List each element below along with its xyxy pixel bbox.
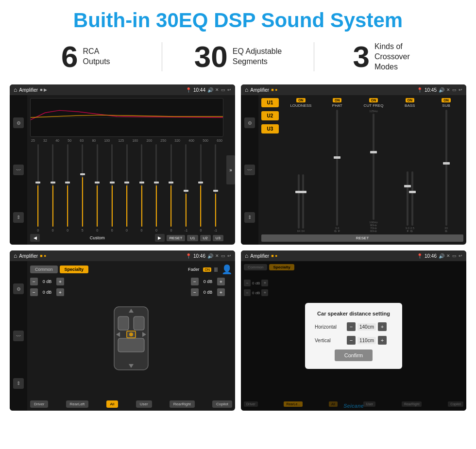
db-top-right-minus[interactable]: − xyxy=(191,278,199,285)
spk-common-tab[interactable]: Common xyxy=(30,266,58,273)
dialog-horizontal-ctrl: − 140cm + xyxy=(347,322,387,331)
dlg-pin-icon: 📍 xyxy=(417,253,423,259)
dialog-overlay: Car speaker distance setting Horizontal … xyxy=(241,261,466,411)
dialog-horizontal-label: Horizontal xyxy=(315,324,344,330)
spk-rearright-btn[interactable]: RearRight xyxy=(170,400,195,408)
db-top-left-plus[interactable]: + xyxy=(56,278,64,285)
stat-divider-2 xyxy=(314,42,314,71)
eq-slider-8: 0 xyxy=(135,144,148,232)
eq-u3-btn[interactable]: U3 xyxy=(213,235,223,241)
amp-status-bar: ⌂ Amplifier ■ ● 📍 10:45 🔊 ✕ ▭ ↩ xyxy=(241,84,466,95)
vertical-minus-btn[interactable]: − xyxy=(347,336,356,345)
amp-sub-on: ON xyxy=(442,98,451,102)
page-wrapper: Buith-in 30EQ DSP Sound System 6 RCAOutp… xyxy=(0,0,476,415)
eq-vol-icon: 🔊 xyxy=(207,87,213,93)
eq-pin-icon: 📍 xyxy=(186,87,191,93)
spk-rect-icon[interactable]: ▭ xyxy=(221,253,225,258)
eq-icon-1[interactable]: ⚙ xyxy=(13,117,24,128)
db-bottom-left-minus[interactable]: − xyxy=(30,288,38,296)
spk-all-btn[interactable]: All xyxy=(106,400,119,408)
eq-content: ⚙ 〰 ⇕ xyxy=(10,95,235,245)
eq-prev-btn[interactable]: ◀ xyxy=(30,234,40,242)
stat-divider-1 xyxy=(162,42,162,71)
amp-reset-btn[interactable]: RESET xyxy=(261,234,463,242)
confirm-button[interactable]: Confirm xyxy=(335,349,373,361)
eq-slider-1: 0 xyxy=(31,144,45,232)
spk-specialty-tab[interactable]: Specialty xyxy=(60,266,89,273)
stat-crossover: 3 Kinds ofCrossover Modes xyxy=(324,42,457,72)
db-top-left-minus[interactable]: − xyxy=(30,278,38,285)
amp-icon-3[interactable]: ⇕ xyxy=(244,212,255,223)
spk-icon-1[interactable]: ⚙ xyxy=(13,283,24,294)
eq-u1-btn[interactable]: U1 xyxy=(187,235,198,241)
eq-home-icon[interactable]: ⌂ xyxy=(14,86,17,93)
eq-slider-12: 0 xyxy=(194,144,207,232)
dlg-x-icon[interactable]: ✕ xyxy=(446,253,450,258)
spk-copilot-btn[interactable]: Copilot xyxy=(212,400,232,408)
dlg-back-icon[interactable]: ↩ xyxy=(459,253,462,258)
spk-rearleft-btn[interactable]: RearLeft xyxy=(66,400,89,408)
stat-rca-number: 6 xyxy=(61,42,78,72)
spk-pin-icon: 📍 xyxy=(186,253,191,259)
amp-x-icon[interactable]: ✕ xyxy=(446,87,450,92)
amp-phat-label: PHAT xyxy=(332,103,342,108)
eq-u2-btn[interactable]: U2 xyxy=(200,235,211,241)
screens-grid: ⌂ Amplifier ■ ▶ 📍 10:44 🔊 ✕ ▭ ↩ ⚙ 〰 ⇕ xyxy=(0,81,476,415)
spk-driver-btn[interactable]: Driver xyxy=(30,400,48,408)
dlg-vol-icon: 🔊 xyxy=(439,253,444,259)
eq-slider-10: 0 xyxy=(164,144,178,232)
amp-presets: U1 U2 U3 xyxy=(261,98,279,233)
amp-sub-label: SUB xyxy=(442,103,450,108)
eq-x-icon[interactable]: ✕ xyxy=(215,87,219,92)
dlg-app-name: Amplifier xyxy=(250,253,269,259)
dialog-title: Car speaker distance setting xyxy=(315,311,392,316)
amp-bass-label: BASS xyxy=(405,103,415,108)
stat-rca-label: RCAOutputs xyxy=(83,47,110,67)
horizontal-plus-btn[interactable]: + xyxy=(378,322,387,331)
amp-icon-2[interactable]: 〰 xyxy=(244,165,255,175)
horizontal-minus-btn[interactable]: − xyxy=(347,322,356,331)
db-top-right-plus[interactable]: + xyxy=(217,278,225,285)
spk-user-btn[interactable]: User xyxy=(136,400,152,408)
db-top-right: − 0 dB + xyxy=(191,278,232,285)
db-top-left: − 0 dB + xyxy=(30,278,71,285)
dlg-home-icon[interactable]: ⌂ xyxy=(245,252,248,259)
eq-next-btn[interactable]: ▶ xyxy=(155,234,165,242)
eq-rect-icon[interactable]: ▭ xyxy=(221,87,225,92)
car-diagram xyxy=(73,278,189,399)
dlg-rect-icon[interactable]: ▭ xyxy=(452,253,457,258)
stat-rca: 6 RCAOutputs xyxy=(19,42,152,72)
eq-back-icon[interactable]: ↩ xyxy=(227,87,231,92)
eq-icon-2[interactable]: 〰 xyxy=(13,165,24,175)
amp-home-icon[interactable]: ⌂ xyxy=(245,86,248,93)
amp-u3-btn[interactable]: U3 xyxy=(261,124,279,133)
dlg-dot-icons: ■ ● xyxy=(271,253,277,258)
spk-back-icon[interactable]: ↩ xyxy=(227,253,231,258)
eq-expand-btn[interactable]: » xyxy=(226,155,235,184)
amp-sidebar: ⚙ 〰 ⇕ xyxy=(241,95,258,245)
vertical-value: 110cm xyxy=(357,337,376,344)
amp-icon-1[interactable]: ⚙ xyxy=(244,117,255,128)
db-bottom-right-plus[interactable]: + xyxy=(217,288,225,296)
spk-icon-2[interactable]: 〰 xyxy=(13,331,24,341)
svg-point-6 xyxy=(129,333,133,336)
amp-dot-icons: ■ ● xyxy=(271,87,277,92)
spk-time: 10:46 xyxy=(193,253,205,259)
amp-back-icon[interactable]: ↩ xyxy=(459,87,462,92)
stats-row: 6 RCAOutputs 30 EQ AdjustableSegments 3 … xyxy=(0,37,476,81)
amp-rect-icon[interactable]: ▭ xyxy=(452,87,457,92)
amp-u1-btn[interactable]: U1 xyxy=(261,98,279,107)
db-bottom-left-plus[interactable]: + xyxy=(56,288,64,296)
spk-home-icon[interactable]: ⌂ xyxy=(14,252,17,259)
amp-u2-btn[interactable]: U2 xyxy=(261,111,279,120)
eq-reset-btn[interactable]: RESET xyxy=(167,235,186,241)
eq-sidebar: ⚙ 〰 ⇕ xyxy=(10,95,27,245)
spk-x-icon[interactable]: ✕ xyxy=(215,253,219,258)
amp-sub: ON SUB 20 G xyxy=(429,98,463,233)
db-bottom-right-value: 0 dB xyxy=(201,290,215,295)
amp-loudness-on: ON xyxy=(296,98,306,102)
db-bottom-right-minus[interactable]: − xyxy=(191,288,199,296)
spk-icon-3[interactable]: ⇕ xyxy=(13,378,24,389)
eq-icon-3[interactable]: ⇕ xyxy=(13,212,24,223)
vertical-plus-btn[interactable]: + xyxy=(378,336,387,345)
